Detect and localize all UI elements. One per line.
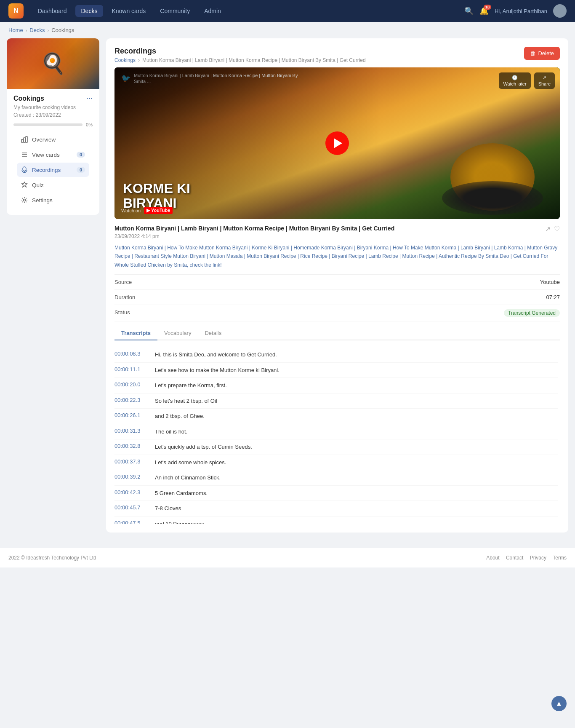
favorite-icon[interactable]: ♡ [554, 225, 560, 233]
video-tags: Mutton Korma Biryani | How To Make Mutto… [114, 244, 560, 269]
transcript-row: 00:00:39.2 An inch of Cinnamon Stick. [114, 470, 558, 486]
duration-row: Duration 07:27 [114, 290, 560, 305]
breadcrumb: Home › Decks › Cookings [0, 22, 575, 38]
source-label: Source [114, 279, 132, 285]
main-layout: 🍳 Cookings ··· My favourite cooking vide… [0, 38, 575, 539]
breadcrumb-current: Cookings [51, 27, 74, 33]
transcript-time: 00:00:39.2 [114, 474, 148, 482]
video-player[interactable]: 🐦 Mutton Korma Biryani | Lamb Biryani | … [114, 67, 560, 219]
delete-button[interactable]: 🗑 Delete [524, 47, 560, 60]
progress-pct: 0% [86, 122, 93, 127]
deck-more-button[interactable]: ··· [86, 94, 93, 103]
user-greeting: Hi, Aruljothi Parthiban [495, 8, 547, 14]
notifications-button[interactable]: 🔔 18 [479, 6, 489, 16]
transcript-row: 00:00:26.1 and 2 tbsp. of Ghee. [114, 409, 558, 424]
transcript-text: Let's add some whole spices. [155, 458, 226, 467]
sidebar-recordings-badge: 0 [77, 167, 85, 173]
transcript-text: The oil is hot. [155, 428, 187, 436]
nav-known-cards[interactable]: Known cards [106, 5, 152, 17]
deck-image: 🍳 [7, 38, 99, 89]
footer-about[interactable]: About [486, 555, 499, 561]
video-bg: 🐦 Mutton Korma Biryani | Lamb Biryani | … [114, 67, 560, 219]
sidebar-body: Cookings ··· My favourite cooking videos… [7, 89, 99, 207]
status-label: Status [114, 309, 130, 317]
youtube-icon: ▶ YouTube [144, 207, 173, 214]
footer-contact[interactable]: Contact [506, 555, 523, 561]
sidebar-item-settings[interactable]: Settings [17, 193, 89, 207]
transcript-time: 00:00:11.1 [114, 366, 148, 375]
cooking-icon: 🍳 [40, 52, 66, 75]
video-heading: KORME KI BIRYANI [123, 181, 249, 211]
svg-rect-1 [24, 138, 25, 142]
nav-community[interactable]: Community [154, 5, 196, 17]
search-icon[interactable]: 🔍 [464, 6, 474, 16]
nav-links: Dashboard Decks Known cards Community Ad… [32, 5, 464, 17]
video-title: Mutton Korma Biryani | Lamb Biryani | Mu… [114, 225, 394, 232]
status-row: Status Transcript Generated [114, 305, 560, 321]
footer-copyright: 2022 © Ideasfresh Techcnology Pvt Ltd [8, 555, 96, 561]
sidebar-item-recordings-label: Recordings [32, 167, 61, 173]
transcript-text: So let's heat 2 tbsp. of Oil [155, 397, 217, 405]
breadcrumb-sep-2: › [47, 28, 49, 33]
transcript-row: 00:00:22.3 So let's heat 2 tbsp. of Oil [114, 393, 558, 409]
content-area: Recordings Cookings › Mutton Korma Birya… [106, 38, 568, 533]
transcript-text: Let's see how to make the Mutton Korme k… [155, 366, 280, 375]
transcript-time: 00:00:32.8 [114, 443, 148, 451]
sidebar-item-viewcards[interactable]: View cards 0 [17, 147, 89, 162]
transcript-time: 00:00:45.7 [114, 504, 148, 513]
play-button[interactable] [325, 131, 349, 155]
transcript-text: 5 Green Cardamoms. [155, 489, 208, 498]
transcript-list: 00:00:08.3 Hi, this is Smita Deo, and we… [114, 347, 560, 524]
duration-value: 07:27 [546, 294, 560, 300]
sidebar-item-viewcards-label: View cards [32, 152, 60, 158]
sidebar-item-quiz-label: Quiz [32, 182, 44, 188]
transcript-text: Let's prepare the Korma, first. [155, 381, 227, 390]
nav-decks[interactable]: Decks [75, 5, 104, 17]
transcript-row: 00:00:11.1 Let's see how to make the Mut… [114, 363, 558, 378]
content-header: Recordings Cookings › Mutton Korma Birya… [114, 47, 560, 63]
sidebar-item-quiz[interactable]: Quiz [17, 178, 89, 192]
deck-title: Cookings [13, 95, 44, 102]
svg-rect-2 [26, 136, 27, 142]
nav-dashboard[interactable]: Dashboard [32, 5, 73, 17]
footer-terms[interactable]: Terms [553, 555, 567, 561]
content-breadcrumb-video: Mutton Korma Biryani | Lamb Biryani | Mu… [142, 57, 366, 63]
tab-details[interactable]: Details [198, 327, 228, 340]
breadcrumb-decks[interactable]: Decks [29, 27, 45, 33]
app-logo[interactable]: N [8, 3, 24, 19]
svg-rect-6 [23, 167, 26, 171]
tab-vocabulary[interactable]: Vocabulary [157, 327, 198, 340]
transcript-row: 00:00:37.3 Let's add some whole spices. [114, 455, 558, 471]
share-meta-icon[interactable]: ↗ [545, 225, 551, 233]
video-date: 23/09/2022 4:14 pm [114, 233, 394, 239]
sidebar-card: 🍳 Cookings ··· My favourite cooking vide… [7, 38, 99, 215]
avatar[interactable] [553, 4, 567, 18]
sidebar-item-settings-label: Settings [32, 197, 53, 203]
footer-privacy[interactable]: Privacy [530, 555, 546, 561]
page-title: Recordings [114, 47, 366, 56]
sidebar-item-recordings[interactable]: Recordings 0 [17, 163, 89, 177]
status-badge: Transcript Generated [504, 309, 560, 317]
transcript-text: 7-8 Cloves [155, 504, 181, 513]
transcript-row: 00:00:20.0 Let's prepare the Korma, firs… [114, 378, 558, 393]
content-card: Recordings Cookings › Mutton Korma Birya… [106, 38, 568, 533]
play-triangle-icon [334, 138, 342, 148]
transcript-row: 00:00:47.5 and 10 Peppercorns. [114, 517, 558, 525]
footer-links: About Contact Privacy Terms [481, 555, 567, 561]
transcript-text: and 2 tbsp. of Ghee. [155, 412, 205, 420]
content-breadcrumb: Cookings › Mutton Korma Biryani | Lamb B… [114, 57, 366, 63]
deck-subtitle: My favourite cooking videos [13, 104, 93, 110]
sidebar-nav: Overview View cards 0 Recordings [13, 132, 93, 207]
transcript-row: 00:00:42.3 5 Green Cardamoms. [114, 486, 558, 501]
delete-label: Delete [538, 50, 554, 56]
tab-transcripts[interactable]: Transcripts [114, 327, 157, 340]
nav-admin[interactable]: Admin [198, 5, 227, 17]
watch-on-label: Watch on [121, 208, 141, 213]
content-breadcrumb-deck[interactable]: Cookings [114, 57, 136, 63]
breadcrumb-home[interactable]: Home [8, 27, 23, 33]
transcript-time: 00:00:08.3 [114, 351, 148, 359]
transcript-time: 00:00:42.3 [114, 489, 148, 498]
duration-label: Duration [114, 294, 135, 300]
transcript-time: 00:00:26.1 [114, 412, 148, 420]
sidebar-item-overview[interactable]: Overview [17, 132, 89, 147]
